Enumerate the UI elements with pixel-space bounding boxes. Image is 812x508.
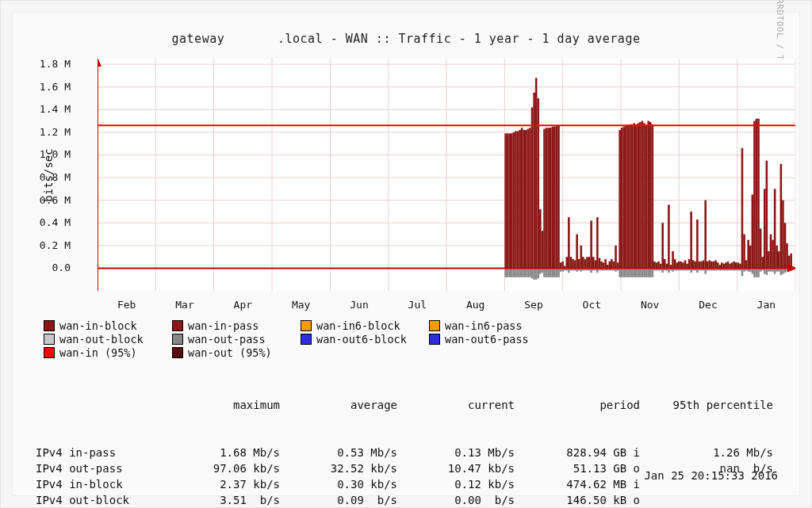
svg-rect-286 (753, 121, 756, 269)
x-tick-label: Mar (169, 299, 201, 311)
stats-header-period: period (515, 397, 640, 413)
svg-rect-164 (504, 133, 507, 268)
svg-rect-151 (766, 268, 768, 275)
stats-header-name (36, 397, 163, 413)
svg-rect-215 (609, 262, 611, 269)
svg-rect-86 (633, 268, 635, 277)
stats-header-avg: average (280, 397, 397, 413)
stats-cell-period: 474.62 MB i (515, 476, 640, 492)
y-tick-label: 1.4 M (25, 104, 71, 114)
svg-rect-208 (595, 260, 597, 268)
svg-rect-231 (642, 121, 644, 269)
stats-cell-name: IPv4 out-block (36, 492, 163, 508)
svg-rect-290 (761, 257, 764, 268)
svg-rect-181 (539, 209, 542, 268)
legend-item: wan-out6-block (301, 333, 419, 346)
svg-rect-250 (680, 262, 683, 269)
stats-cell-max: 1.68 Mb/s (163, 445, 280, 460)
svg-rect-262 (704, 201, 707, 269)
svg-rect-194 (566, 257, 569, 268)
svg-rect-34 (527, 268, 530, 277)
stats-row: IPv4 out-block3.51 b/s0.09 b/s0.00 b/s14… (36, 492, 797, 508)
svg-rect-292 (766, 161, 768, 269)
legend-label: wan-out-pass (188, 333, 266, 346)
x-tick-label: Sep (518, 299, 550, 311)
y-tick-label: 1.8 M (25, 59, 71, 69)
stats-cell-pctl: 1.26 Mb/s (640, 445, 773, 460)
svg-rect-40 (539, 268, 542, 273)
stats-header-cur: current (397, 397, 515, 413)
svg-rect-92 (645, 268, 648, 277)
svg-rect-23 (504, 268, 507, 277)
svg-rect-176 (529, 128, 531, 268)
legend-label: wan-in-block (59, 319, 137, 332)
svg-rect-90 (642, 268, 644, 277)
svg-rect-264 (709, 260, 711, 268)
svg-rect-285 (752, 195, 754, 269)
svg-rect-87 (635, 268, 638, 277)
svg-rect-230 (639, 122, 642, 268)
svg-rect-297 (776, 246, 778, 269)
legend-swatch-icon (429, 334, 440, 345)
legend-swatch-icon (172, 347, 183, 358)
x-tick-label: Dec (692, 299, 724, 311)
svg-rect-47 (553, 268, 556, 277)
y-tick-label: 0.4 M (25, 217, 71, 227)
stats-row: IPv4 in-pass1.68 Mb/s0.53 Mb/s0.13 Mb/s8… (36, 445, 797, 460)
stats-cell-period: 51.13 GB o (515, 460, 640, 476)
svg-rect-146 (756, 268, 758, 277)
svg-rect-222 (623, 127, 626, 269)
svg-rect-267 (714, 260, 717, 268)
svg-rect-45 (550, 268, 552, 277)
svg-rect-212 (603, 262, 605, 268)
svg-rect-180 (537, 98, 539, 268)
svg-rect-248 (676, 262, 678, 268)
legend-swatch-icon (44, 347, 55, 358)
svg-rect-37 (533, 268, 535, 279)
legend-item: wan-in (95%) (44, 346, 163, 359)
svg-rect-239 (657, 262, 660, 269)
svg-rect-89 (639, 268, 642, 277)
svg-rect-46 (551, 268, 553, 277)
svg-rect-295 (772, 240, 774, 269)
y-tick-label: 0.6 M (25, 195, 71, 205)
svg-rect-293 (768, 251, 770, 268)
svg-rect-166 (508, 133, 511, 268)
svg-rect-210 (599, 258, 601, 269)
svg-rect-144 (752, 268, 754, 273)
svg-rect-241 (661, 223, 664, 268)
svg-rect-83 (627, 268, 630, 277)
svg-rect-82 (625, 268, 627, 277)
svg-rect-27 (513, 268, 515, 277)
stats-cell-period: 828.94 GB i (515, 445, 640, 460)
legend-item: wan-in6-pass (429, 319, 548, 332)
svg-rect-301 (784, 223, 787, 268)
svg-rect-33 (525, 268, 527, 277)
svg-rect-235 (649, 122, 652, 268)
svg-rect-237 (653, 262, 656, 269)
svg-rect-263 (707, 262, 709, 269)
svg-rect-278 (737, 262, 740, 268)
stats-cell-max: 3.51 b/s (163, 492, 280, 508)
stats-cell-pctl (640, 492, 773, 508)
legend-swatch-icon (301, 334, 312, 345)
legend-item: wan-in6-block (301, 319, 419, 332)
legend-label: wan-out6-pass (445, 333, 529, 346)
svg-rect-191 (560, 262, 562, 268)
legend-label: wan-out-block (59, 333, 144, 346)
stats-cell-period: 146.50 kB o (515, 492, 640, 508)
svg-rect-216 (611, 259, 613, 268)
svg-rect-29 (517, 268, 519, 277)
legend-swatch-icon (429, 320, 440, 331)
svg-rect-44 (547, 268, 550, 277)
svg-rect-246 (672, 251, 674, 268)
svg-rect-225 (629, 124, 631, 269)
svg-rect-259 (699, 262, 701, 269)
svg-rect-281 (743, 235, 745, 269)
svg-rect-81 (623, 268, 626, 277)
svg-rect-232 (643, 123, 645, 268)
svg-rect-195 (568, 217, 570, 268)
svg-rect-25 (508, 268, 511, 277)
svg-rect-288 (757, 119, 760, 269)
svg-rect-229 (638, 123, 640, 268)
